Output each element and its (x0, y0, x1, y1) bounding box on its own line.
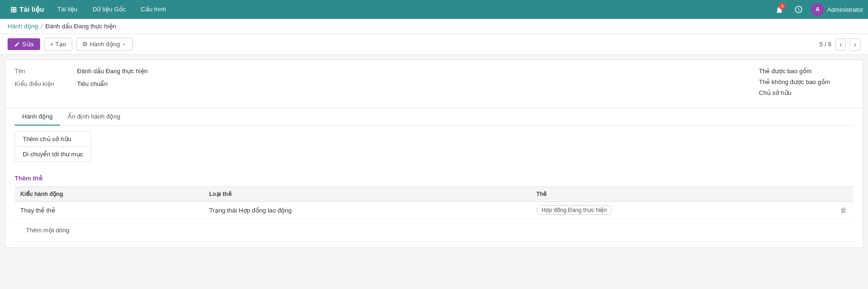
menu-tai-lieu[interactable]: Tài liệu (50, 0, 85, 19)
tag-table: Kiểu hành động Loại thẻ Thẻ Thay thế thẻ… (15, 187, 853, 242)
tabs-header: Hành động Ấn định hành động (15, 108, 853, 126)
create-button[interactable]: + Tạo (44, 38, 72, 51)
notification-badge: 3 (779, 3, 785, 9)
app-name: Tài liệu (19, 5, 44, 14)
right-list: Thẻ được bao gồm Thẻ không được bao gồm … (759, 68, 853, 96)
next-button[interactable]: › (850, 38, 860, 51)
breadcrumb-current: Đánh dấu Đang thực hiện (45, 23, 116, 30)
right-item-2: Chủ sở hữu (759, 89, 853, 96)
prev-button[interactable]: ‹ (835, 38, 846, 51)
main-content: Tên Đánh dấu Đang thực hiện Kiểu điều ki… (5, 60, 863, 248)
info-left: Tên Đánh dấu Đang thực hiện Kiểu điều ki… (15, 68, 740, 100)
add-row-tr: Thêm một dòng (15, 219, 853, 242)
add-row-button[interactable]: Thêm một dòng (20, 223, 848, 238)
edit-button[interactable]: Sửa (8, 38, 40, 50)
cell-delete: 🗑 (834, 202, 853, 219)
pagination-info: 5 / 6 (819, 41, 831, 48)
top-menu: Tài liệu Dữ liệu Gốc Cấu hình (50, 0, 771, 19)
delete-row-button[interactable]: 🗑 (840, 206, 847, 214)
tag-section-title: Thêm thẻ (15, 175, 853, 182)
info-right: Thẻ được bao gồm Thẻ không được bao gồm … (759, 68, 853, 100)
col-loai-the: Loại thẻ (204, 187, 531, 202)
cell-the: Hợp đồng Đang thực hiện (531, 202, 834, 219)
user-menu-button[interactable]: A Administrator (811, 3, 863, 16)
tab-content-hanh-dong: Thêm chủ sở hữu Di chuyển tới thư mục Th… (15, 126, 853, 247)
field-ten: Tên Đánh dấu Đang thực hiện (15, 68, 740, 75)
user-avatar: A (811, 3, 824, 16)
col-the: Thẻ (531, 187, 834, 202)
user-name: Administrator (827, 6, 863, 13)
info-section: Tên Đánh dấu Đang thực hiện Kiểu điều ki… (5, 60, 863, 108)
breadcrumb-separator: / (41, 23, 43, 30)
value-kieu-dieu-kien: Tiêu chuẩn (77, 80, 108, 87)
field-kieu-dieu-kien: Kiểu điều kiện Tiêu chuẩn (15, 80, 740, 87)
table-row: Thay thế thẻ Trạng thái Hợp đồng lao độn… (15, 202, 853, 219)
action-item-di-chuyen[interactable]: Di chuyển tới thư mục (15, 147, 91, 162)
toolbar: Sửa + Tạo ⚙ Hành động 5 / 6 ‹ › (0, 34, 868, 55)
breadcrumb: Hành động / Đánh dấu Đang thực hiện (0, 19, 868, 34)
tag-badge: Hợp đồng Đang thực hiện (536, 205, 612, 215)
col-kieu-hanh-dong: Kiểu hành động (15, 187, 204, 202)
right-item-0: Thẻ được bao gồm (759, 68, 853, 75)
action-list: Thêm chủ sở hữu Di chuyển tới thư mục (15, 131, 91, 162)
cell-kieu-hanh-dong: Thay thế thẻ (15, 202, 204, 219)
top-navigation: ⊞ Tài liệu Tài liệu Dữ liệu Gốc Cấu hình… (0, 0, 868, 19)
menu-du-lieu-goc[interactable]: Dữ liệu Gốc (85, 0, 133, 19)
value-ten: Đánh dấu Đang thực hiện (77, 68, 148, 75)
notification-button[interactable]: 3 (771, 2, 786, 17)
cell-loai-the: Trạng thái Hợp đồng lao động (204, 202, 531, 219)
label-ten: Tên (15, 68, 71, 75)
tab-hanh-dong[interactable]: Hành động (15, 108, 60, 126)
col-actions (834, 187, 853, 202)
tabs-section: Hành động Ấn định hành động Thêm chủ sở … (5, 108, 863, 247)
label-kieu-dieu-kien: Kiểu điều kiện (15, 80, 71, 87)
action-item-them-chu-so-huu[interactable]: Thêm chủ sở hữu (15, 132, 91, 147)
menu-cau-hinh[interactable]: Cấu hình (133, 0, 174, 19)
add-row-cell: Thêm một dòng (15, 219, 853, 242)
action-button[interactable]: ⚙ Hành động (76, 38, 133, 51)
app-logo[interactable]: ⊞ Tài liệu (5, 5, 50, 14)
tab-an-dinh-hanh-dong[interactable]: Ấn định hành động (60, 108, 128, 126)
breadcrumb-parent[interactable]: Hành động (8, 23, 38, 30)
grid-icon: ⊞ (10, 5, 17, 14)
top-right: 3 A Administrator (771, 2, 863, 17)
right-item-1: Thẻ không được bao gồm (759, 78, 853, 85)
clock-button[interactable] (791, 2, 806, 17)
table-header-row: Kiểu hành động Loại thẻ Thẻ (15, 187, 853, 202)
